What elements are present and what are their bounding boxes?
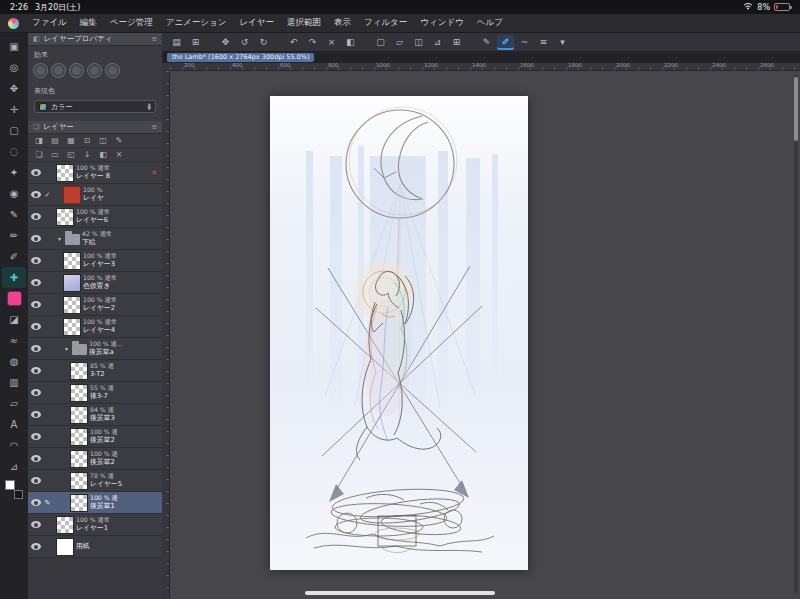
ruler-tool[interactable]: ⊿ [2, 456, 26, 477]
visibility-eye-icon[interactable] [31, 543, 41, 550]
layer-mask-icon[interactable]: ◧ [97, 150, 109, 159]
eraser-tool[interactable]: ◪ [2, 309, 26, 330]
brush-mode-icon[interactable]: ✐ [497, 35, 514, 50]
draft-layer-icon[interactable]: ✎ [113, 136, 125, 145]
lock-transparent-icon[interactable]: ◫ [97, 136, 109, 145]
layer-row-17[interactable]: 用紙 [28, 536, 162, 558]
menu-item-7[interactable]: フィルター [364, 17, 407, 29]
border-effect-icon[interactable] [34, 64, 47, 77]
menu-item-9[interactable]: ヘルプ [477, 17, 503, 29]
blend-tool[interactable]: ≈ [2, 330, 26, 351]
layer-row-2[interactable]: 100 % 通常レイヤー6 [28, 206, 162, 228]
pen-tool[interactable]: ✎ [2, 204, 26, 225]
zoom-tool[interactable]: ◎ [2, 57, 26, 78]
brush-tip-icon[interactable]: ✎ [478, 35, 495, 50]
panel-menu-icon[interactable]: ≡ [151, 123, 157, 131]
line-correction-icon[interactable]: ~ [516, 35, 533, 50]
layer-property-header[interactable]: ◧ レイヤープロパティ ≡ [28, 33, 162, 46]
undo-icon[interactable]: ↶ [285, 35, 302, 50]
menu-item-4[interactable]: レイヤー [239, 17, 274, 29]
visibility-eye-icon[interactable] [31, 279, 41, 286]
visibility-eye-icon[interactable] [31, 389, 41, 396]
layer-row-15[interactable]: ✎100 % 通後景草1 [28, 492, 162, 514]
balloon-tool[interactable]: ◠ [2, 435, 26, 456]
layer-row-6[interactable]: 100 % 通常レイヤー2 [28, 294, 162, 316]
menu-item-8[interactable]: ウィンドウ [420, 17, 464, 29]
artwork-canvas[interactable] [270, 96, 528, 570]
layer-thumbnail[interactable] [56, 208, 74, 226]
layer-thumbnail[interactable] [56, 164, 74, 182]
auto-select-tool[interactable]: ✦ [2, 162, 26, 183]
clear-icon[interactable]: × [323, 35, 340, 50]
navigator-icon[interactable]: ⊞ [187, 35, 204, 50]
rotate-left-icon[interactable]: ↺ [236, 35, 253, 50]
visibility-eye-icon[interactable] [31, 521, 41, 528]
layer-edit-mark[interactable]: ✓ [43, 191, 52, 199]
new-folder-icon[interactable]: ▭ [49, 150, 61, 159]
menu-item-5[interactable]: 選択範囲 [287, 17, 321, 29]
layer-thumbnail[interactable] [70, 472, 88, 490]
layer-row-12[interactable]: 100 % 通後景草2 [28, 426, 162, 448]
black-color-chip-icon[interactable] [14, 490, 23, 499]
layer-row-4[interactable]: 100 % 通常レイヤー3 [28, 250, 162, 272]
layer-row-8[interactable]: ▾100 % 通...後景草a [28, 338, 162, 360]
brush-tool[interactable]: ✐ [2, 246, 26, 267]
layer-row-3[interactable]: ▾42 % 通常下絵 [28, 228, 162, 250]
layer-thumbnail[interactable] [63, 274, 81, 292]
visibility-eye-icon[interactable] [31, 367, 41, 374]
layer-move-tool[interactable]: ✚ [2, 267, 26, 288]
app-logo-icon[interactable] [8, 18, 19, 29]
text-tool[interactable]: A [2, 414, 26, 435]
layer-thumbnail[interactable] [63, 318, 81, 336]
blend-mode-icon[interactable]: ◨ [33, 136, 45, 145]
gradient-tool[interactable]: ▥ [2, 372, 26, 393]
deselect-icon[interactable]: ▱ [391, 35, 408, 50]
layer-row-5[interactable]: 100 % 通常色仮置き [28, 272, 162, 294]
menu-item-0[interactable]: ファイル [32, 17, 67, 29]
protect-alpha-icon[interactable]: ▦ [65, 136, 77, 145]
visibility-eye-icon[interactable] [31, 191, 41, 198]
expression-color-select[interactable]: カラー ▲▼ [34, 100, 156, 113]
layer-thumbnail[interactable] [70, 362, 88, 380]
menu-item-1[interactable]: 編集 [80, 17, 97, 29]
layer-edit-mark[interactable]: ✎ [43, 499, 52, 507]
document-canvas[interactable] [270, 96, 528, 570]
layer-thumbnail[interactable] [70, 428, 88, 446]
eyedropper-tool[interactable]: ◉ [2, 183, 26, 204]
snap-to-grid-icon[interactable]: ⊞ [448, 35, 465, 50]
toolbar-settings-icon[interactable]: ≡ [535, 35, 552, 50]
visibility-eye-icon[interactable] [31, 411, 41, 418]
menu-item-3[interactable]: アニメーション [166, 17, 227, 29]
menu-item-2[interactable]: ページ管理 [110, 17, 153, 29]
visibility-eye-icon[interactable] [31, 455, 41, 462]
layer-color-effect-icon[interactable] [70, 64, 83, 77]
home-indicator[interactable] [305, 591, 495, 595]
select-all-icon[interactable]: ▢ [372, 35, 389, 50]
visibility-eye-icon[interactable] [31, 169, 41, 176]
pencil-tool[interactable]: ✏ [2, 225, 26, 246]
layer-panel-toggle-icon[interactable]: ▤ [168, 35, 185, 50]
visibility-eye-icon[interactable] [31, 257, 41, 264]
rotate-right-icon[interactable]: ↻ [255, 35, 272, 50]
layer-thumbnail[interactable] [63, 186, 81, 204]
layer-thumbnail[interactable] [63, 296, 81, 314]
layer-thumbnail[interactable] [70, 450, 88, 468]
color-chips[interactable] [2, 477, 26, 501]
layer-row-9[interactable]: 85 % 通3-T2 [28, 360, 162, 382]
lasso-tool[interactable]: ◌ [2, 141, 26, 162]
layer-row-16[interactable]: 100 % 通常レイヤー1 [28, 514, 162, 536]
layer-thumbnail[interactable] [56, 516, 74, 534]
layer-row-11[interactable]: 84 % 通後景草3 [28, 404, 162, 426]
menu-item-6[interactable]: 表示 [334, 17, 351, 29]
main-color-swatch[interactable] [2, 288, 26, 309]
folder-expand-icon[interactable]: ▾ [63, 345, 70, 352]
visibility-eye-icon[interactable] [31, 433, 41, 440]
layer-row-14[interactable]: 78 % 通レイヤー5 [28, 470, 162, 492]
delete-layer-icon[interactable]: × [113, 150, 125, 159]
opacity-icon[interactable]: ▤ [49, 136, 61, 145]
visibility-eye-icon[interactable] [31, 235, 41, 242]
visibility-eye-icon[interactable] [31, 301, 41, 308]
layer-row-0[interactable]: 100 % 通常レイヤー 8✕ [28, 162, 162, 184]
folder-expand-icon[interactable]: ▾ [56, 235, 63, 242]
extract-line-effect-icon[interactable] [88, 64, 101, 77]
